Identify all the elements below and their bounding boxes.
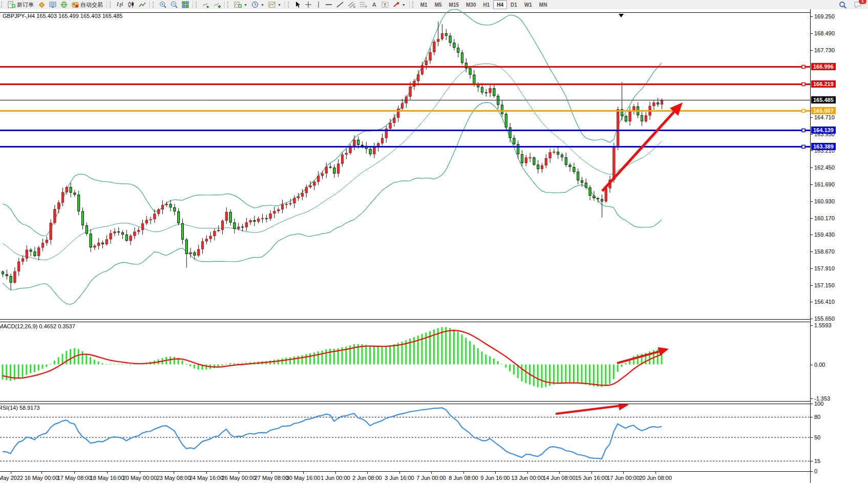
axis-tick (811, 117, 813, 118)
periods-button[interactable]: ▼ (249, 0, 266, 10)
fibonacci-button[interactable]: F (357, 0, 369, 10)
time-tick-label: 30 May 16:00 (286, 475, 321, 481)
price-line-badge[interactable]: 164.139 (811, 127, 836, 134)
arrows-tool-button[interactable]: ▼ (391, 0, 408, 10)
zoom-out-button[interactable] (168, 0, 180, 10)
price-line-badge[interactable]: 166.219 (811, 80, 836, 88)
time-tick (559, 472, 560, 474)
svg-text:T: T (384, 3, 387, 8)
price-tick-label: 160.170 (814, 215, 835, 221)
toolbar-separator (409, 1, 410, 8)
market-watch-button[interactable] (36, 0, 47, 10)
symbol-ohlc-label: GBPJPY-,H4 165.403 165.499 165.403 165.4… (3, 13, 122, 19)
cursor-icon (294, 1, 301, 8)
chart-canvas[interactable] (0, 9, 810, 483)
axis-tick (811, 325, 813, 326)
axis-tick (811, 398, 813, 399)
search-button[interactable] (837, 0, 849, 10)
axis-tick (811, 461, 813, 461)
price-tick-label: 156.410 (814, 299, 835, 305)
candles-icon (128, 1, 135, 8)
price-tick-label: 167.730 (814, 47, 835, 53)
axis-tick (811, 417, 813, 417)
cursor-button[interactable] (292, 0, 303, 10)
horizontal-line-button[interactable] (323, 0, 334, 10)
axis-tick (811, 201, 813, 202)
panel-divider-macd[interactable] (0, 319, 868, 322)
price-line-badge[interactable]: 163.389 (811, 143, 836, 150)
magnifier-icon (839, 1, 846, 9)
time-tick-label: 20 Jun 08:00 (639, 475, 672, 481)
toolbar-separator (150, 1, 150, 8)
equidistant-channel-button[interactable]: E (346, 0, 357, 10)
timeframe-m15-button[interactable]: M15 (446, 0, 462, 9)
data-window-button[interactable] (47, 0, 58, 10)
arrowtool-icon (393, 1, 400, 8)
rsi-indicator-label: RSI(14) 58.9173 (0, 405, 40, 411)
toolbar-separator (285, 1, 285, 8)
time-axis[interactable]: May 202216 May 00:0017 May 08:0018 May 1… (0, 471, 810, 483)
price-line-badge[interactable]: 165.485 (811, 96, 836, 103)
timeframe-d1-button[interactable]: D1 (507, 0, 521, 9)
trendline-button[interactable] (334, 0, 346, 10)
auto-scroll-button[interactable] (200, 0, 211, 10)
linechart-icon (139, 1, 146, 8)
axis-tick (811, 319, 813, 319)
svg-text:F: F (365, 5, 367, 8)
price-tick-label: 161.690 (814, 181, 835, 187)
toolbar-grip (196, 2, 199, 8)
navigator-button[interactable] (58, 0, 70, 10)
time-tick-label: 24 May 16:00 (189, 475, 224, 481)
zoom-in-button[interactable] (157, 0, 168, 10)
indicators-button[interactable]: ▼ (232, 0, 249, 10)
axis-tick (811, 218, 813, 219)
timeframe-mn-button[interactable]: MN (536, 0, 551, 9)
timeframe-w1-button[interactable]: W1 (521, 0, 536, 9)
time-tick-label: 27 May 08:00 (255, 475, 289, 481)
vertical-line-button[interactable] (314, 0, 323, 10)
time-tick (431, 472, 432, 474)
macd-indicator-label: MACD(12,26,9) 0.4652 0.3537 (0, 323, 75, 329)
time-tick (174, 472, 174, 474)
bar-chart-button[interactable] (114, 0, 125, 10)
time-tick-label: 3 Jun 16:00 (385, 475, 414, 481)
axis-tick (811, 33, 813, 34)
new-order-button[interactable]: 新订单 (6, 0, 36, 10)
autotrading-button[interactable]: 自动交易 (70, 0, 105, 10)
axis-tick (811, 167, 813, 168)
text-label-button[interactable]: T (379, 0, 391, 10)
rsi-tick-label: 80 (814, 414, 820, 420)
price-line-badge[interactable]: 165.007 (811, 107, 836, 114)
toolbar-grip (1, 2, 5, 8)
timeframe-m5-button[interactable]: M5 (431, 0, 446, 9)
time-tick (527, 472, 528, 474)
templates-button[interactable]: ▼ (266, 0, 283, 10)
timeframe-m1-button[interactable]: M1 (417, 0, 431, 9)
timeframe-h1-button[interactable]: H1 (479, 0, 493, 9)
price-tick-label: 157.910 (814, 265, 835, 271)
price-tick-label: 169.250 (814, 13, 835, 19)
text-button[interactable]: A (369, 0, 379, 10)
line-chart-button[interactable] (137, 0, 148, 10)
time-tick-label: 1 Jun 00:00 (321, 475, 350, 481)
panel-divider-rsi[interactable] (0, 401, 868, 404)
time-tick (41, 472, 42, 474)
toolbar-grip (412, 2, 416, 8)
chart-shift-button[interactable] (211, 0, 223, 10)
price-axis[interactable]: 169.250168.490167.730164.710163.950163.2… (810, 9, 868, 483)
crosshair-button[interactable] (303, 0, 314, 10)
timeframe-h4-button[interactable]: H4 (493, 0, 507, 9)
candlestick-chart-button[interactable] (125, 0, 137, 10)
tile-windows-button[interactable] (180, 0, 191, 10)
main-toolbar: 新订单自动交易▼▼▼EFAT▼M1M5M15M30H1H4D1W1MN1 (0, 0, 868, 10)
chat-button[interactable]: 1 (852, 0, 864, 10)
zoom-in-icon (159, 1, 166, 8)
price-line-badge[interactable]: 166.996 (811, 63, 836, 70)
toolbar-grip (227, 2, 231, 8)
axis-tick (811, 151, 813, 151)
new-order-button-label: 新订单 (17, 1, 34, 9)
diamond-icon (38, 1, 45, 8)
axis-tick (811, 251, 813, 252)
timeframe-m30-button[interactable]: M30 (462, 0, 479, 9)
time-tick (591, 472, 592, 474)
